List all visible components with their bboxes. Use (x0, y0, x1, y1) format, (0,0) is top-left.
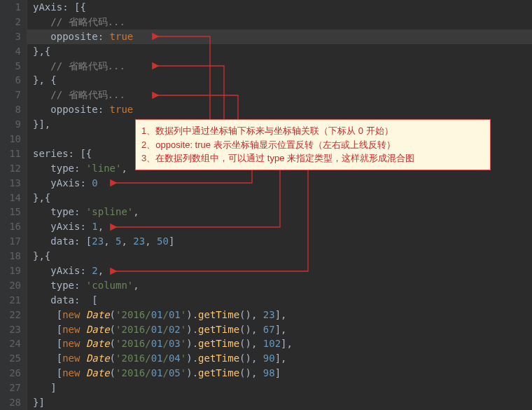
line-number: 2 (3, 15, 21, 29)
code-line[interactable]: yAxis: 2, (33, 264, 532, 278)
code-line[interactable]: },{ (33, 191, 532, 205)
line-number: 25 (3, 351, 21, 366)
code-line[interactable]: [new Date('2016/01/04').getTime(), 90], (33, 351, 532, 366)
line-number: 20 (3, 278, 21, 293)
line-number: 18 (3, 249, 21, 264)
code-line[interactable]: },{ (33, 44, 532, 59)
code-line[interactable]: data: [ (33, 293, 532, 308)
annotation-line-1: 1、数据列中通过坐标轴下标来与坐标轴关联（下标从 0 开始） (141, 124, 484, 138)
line-number: 24 (3, 336, 21, 351)
line-number: 6 (3, 73, 21, 88)
code-line[interactable]: opposite: true (33, 102, 532, 117)
annotation-line-3: 3、在数据列数组中，可以通过 type 来指定类型，这样就形成混合图 (141, 151, 484, 165)
code-line[interactable]: // 省略代码... (33, 15, 532, 29)
annotation-callout: 1、数据列中通过坐标轴下标来与坐标轴关联（下标从 0 开始） 2、opposit… (135, 119, 491, 170)
code-line[interactable]: yAxis: 0 (33, 176, 532, 191)
line-number: 7 (3, 88, 21, 102)
line-number: 11 (3, 146, 21, 161)
code-line[interactable]: },{ (33, 249, 532, 264)
code-line[interactable]: opposite: true (27, 29, 532, 44)
line-number: 26 (3, 366, 21, 381)
line-number: 8 (3, 102, 21, 117)
line-number: 28 (3, 395, 21, 410)
line-number: 22 (3, 308, 21, 322)
code-line[interactable]: [new Date('2016/01/01').getTime(), 23], (33, 308, 532, 322)
line-number: 4 (3, 44, 21, 59)
code-line[interactable]: yAxis: 1, (33, 219, 532, 234)
code-line[interactable]: data: [23, 5, 23, 50] (33, 234, 532, 249)
line-number: 1 (3, 0, 21, 15)
line-number: 21 (3, 293, 21, 308)
line-number: 27 (3, 381, 21, 395)
line-number-gutter: 1234567891011121314151617181920212223242… (0, 0, 27, 410)
line-number: 12 (3, 161, 21, 176)
line-number: 19 (3, 264, 21, 278)
line-number: 3 (3, 29, 21, 44)
code-line[interactable]: type: 'spline', (33, 205, 532, 219)
code-area[interactable]: yAxis: [{ // 省略代码... opposite: true},{ /… (27, 0, 532, 410)
code-line[interactable]: [new Date('2016/01/05').getTime(), 98] (33, 366, 532, 381)
code-line[interactable]: }, { (33, 73, 532, 88)
annotation-line-2: 2、opposite: true 表示坐标轴显示位置反转（左右或上线反转） (141, 138, 484, 152)
code-line[interactable]: yAxis: [{ (33, 0, 532, 15)
line-number: 14 (3, 191, 21, 205)
code-line[interactable]: [new Date('2016/01/02').getTime(), 67], (33, 322, 532, 337)
code-line[interactable]: // 省略代码... (33, 88, 532, 102)
line-number: 17 (3, 234, 21, 249)
code-line[interactable]: type: 'column', (33, 278, 532, 293)
code-editor[interactable]: 1234567891011121314151617181920212223242… (0, 0, 532, 410)
line-number: 23 (3, 322, 21, 337)
line-number: 5 (3, 59, 21, 74)
line-number: 16 (3, 219, 21, 234)
code-line[interactable]: // 省略代码... (33, 59, 532, 74)
line-number: 13 (3, 176, 21, 191)
line-number: 9 (3, 117, 21, 132)
line-number: 10 (3, 132, 21, 146)
line-number: 15 (3, 205, 21, 219)
code-line[interactable]: ] (33, 381, 532, 395)
code-line[interactable]: }] (33, 395, 532, 410)
code-line[interactable]: [new Date('2016/01/03').getTime(), 102], (33, 336, 532, 351)
